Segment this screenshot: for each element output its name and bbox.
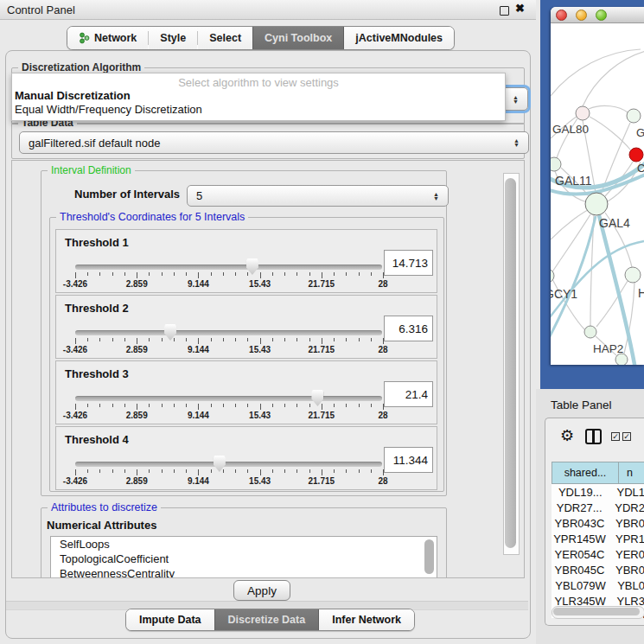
table-row[interactable]: YBR045CYBR0 [552,562,644,577]
attributes-group-title: Attributes to discretize [48,501,161,513]
tab-discretize-data[interactable]: Discretize Data [214,609,320,630]
network-node-label: GAL4 [599,216,630,230]
gear-icon[interactable]: ⚙ [560,426,574,445]
cell-shared-name: YER054C [552,548,608,561]
slider-ticks [75,469,383,476]
table-data-combobox[interactable]: galFiltered.sif default node ▲▼ [19,131,529,154]
dropdown-option-manual[interactable]: Manual Discretization [12,89,505,103]
table-row[interactable]: YER054CYER0 [552,546,644,562]
threshold-slider-track[interactable] [75,265,382,270]
threshold-value-field[interactable]: 21.4 [384,381,433,407]
column-header-name[interactable]: n [618,462,644,484]
threshold-slider-track[interactable] [75,462,382,467]
cell-name: YBR0 [608,564,644,577]
network-edge[interactable] [551,49,641,96]
network-edge[interactable] [552,214,590,273]
tab-select[interactable]: Select [198,27,252,49]
tab-style[interactable]: Style [149,27,197,49]
table-panel-title: Table Panel [551,399,612,411]
threshold-slider-track[interactable] [75,396,382,401]
network-edge[interactable] [583,51,644,106]
number-of-intervals-label: Number of Intervals [74,188,180,201]
table-scrollbar-thumb[interactable] [553,608,640,615]
network-edge[interactable] [551,208,591,239]
thresholds-group-title: Threshold's Coordinates for 5 Intervals [56,211,248,223]
tab-infer-network[interactable]: Infer Network [319,609,414,630]
attribute-list-item[interactable]: BetweennessCentrality [51,566,437,578]
tab-jactivemnodules[interactable]: jActiveMNodules [344,27,454,49]
table-row[interactable]: YDR27...YDR2 [552,500,644,515]
table-panel-area: Table Panel ⚙ ✓ ✓ shared... n YDL19...YD… [536,389,644,644]
tab-discretize-data-label: Discretize Data [228,614,306,626]
network-edge[interactable] [551,216,596,341]
column-header-shared-name[interactable]: shared... [552,462,618,484]
threshold-value-field[interactable]: 6.316 [384,316,433,341]
control-panel-titlebar: Control Panel [0,0,536,20]
tab-jactivemnodules-label: jActiveMNodules [355,32,443,44]
threshold-panel: Threshold 2-3.4262.8599.14415.4321.71528… [55,295,437,359]
numerical-attributes-label: Numerical Attributes [47,519,156,532]
attribute-list-item[interactable]: TopologicalCoefficient [51,552,437,566]
node-table: shared... n YDL19...YDL1YDR27...YDR2YBR0… [552,462,644,618]
slider-ticks [75,272,383,279]
threshold-value-field[interactable]: 11.344 [384,447,433,473]
settings-scrollbar[interactable] [503,173,520,555]
dropdown-prompt-option[interactable]: Select algorithm to view settings [12,73,505,89]
table-row[interactable]: YDL19...YDL1 [552,484,644,500]
checkbox-icon[interactable]: ✓ [611,432,620,441]
table-body: YDL19...YDL1YDR27...YDR2YBR043CYBR0YPR14… [552,484,644,618]
network-window-titlebar[interactable] [551,7,644,23]
zoom-traffic-light-icon[interactable] [596,10,607,21]
slider-tick-labels: -3.4262.8599.14415.4321.71528 [75,476,383,486]
cell-name: YER0 [608,548,644,561]
threshold-sliders: Threshold 1-3.4262.8599.14415.4321.71528… [55,229,437,490]
table-row[interactable]: YPR145WYPR1 [552,531,644,546]
app-screen: Control Panel ✖ Network Style Select Cyn… [0,0,644,644]
tab-impute-data[interactable]: Impute Data [126,609,214,630]
split-view-icon[interactable] [585,429,602,444]
cell-name: YPR1 [608,532,644,545]
network-node[interactable] [625,267,641,283]
threshold-panel: Threshold 1-3.4262.8599.14415.4321.71528… [55,229,437,293]
network-node-label: G. [636,126,644,139]
network-node-label: H [638,286,644,300]
close-icon[interactable]: ✖ [515,2,525,15]
attributes-list-scrollbar[interactable] [424,539,434,574]
network-window: GAL80G.CGAL11GAL4GCY1HHAP2 [551,7,644,365]
network-node[interactable] [615,354,628,365]
number-of-intervals-combobox[interactable]: 5 ▲▼ [187,185,449,207]
threshold-label: Threshold 4 [65,433,129,446]
cell-name: YBR0 [608,517,644,530]
attribute-list-item[interactable]: SelfLoops [51,537,437,552]
apply-button[interactable]: Apply [233,580,290,601]
tab-network[interactable]: Network [67,27,148,49]
tab-infer-network-label: Infer Network [332,614,401,626]
threshold-panel: Threshold 4-3.4262.8599.14415.4321.71528… [55,426,437,490]
network-node[interactable] [584,326,596,338]
table-row[interactable]: YBR043CYBR0 [552,515,644,531]
table-horizontal-scrollbar[interactable] [552,606,644,619]
network-node[interactable] [551,157,561,171]
network-node[interactable] [629,148,643,162]
threshold-value-field[interactable]: 14.713 [384,250,433,276]
network-canvas[interactable]: GAL80G.CGAL11GAL4GCY1HHAP2 [551,23,644,365]
network-node-label: GCY1 [551,287,577,301]
network-node[interactable] [627,109,641,123]
cell-shared-name: YDL19... [552,486,609,499]
table-data-value: galFiltered.sif default node [29,137,160,150]
table-row[interactable]: YBL079WYBL0 [552,577,644,593]
network-edge[interactable] [589,105,628,112]
cell-name: YDR2 [607,501,644,514]
threshold-slider-track[interactable] [75,330,382,335]
minimize-traffic-light-icon[interactable] [576,10,587,21]
network-node[interactable] [576,106,590,120]
settings-panel: Interval Definition Number of Intervals … [11,160,525,578]
dropdown-option-equal-width[interactable]: Equal Width/Frequency Discretization [12,103,505,117]
settings-scrollbar-thumb[interactable] [505,178,516,548]
tab-cyni-toolbox[interactable]: Cyni Toolbox [252,27,344,49]
checkbox-icon[interactable]: ✓ [622,432,631,441]
network-node[interactable] [585,193,608,215]
close-traffic-light-icon[interactable] [556,10,567,21]
network-edge[interactable] [590,117,630,150]
float-window-icon[interactable] [500,6,509,16]
